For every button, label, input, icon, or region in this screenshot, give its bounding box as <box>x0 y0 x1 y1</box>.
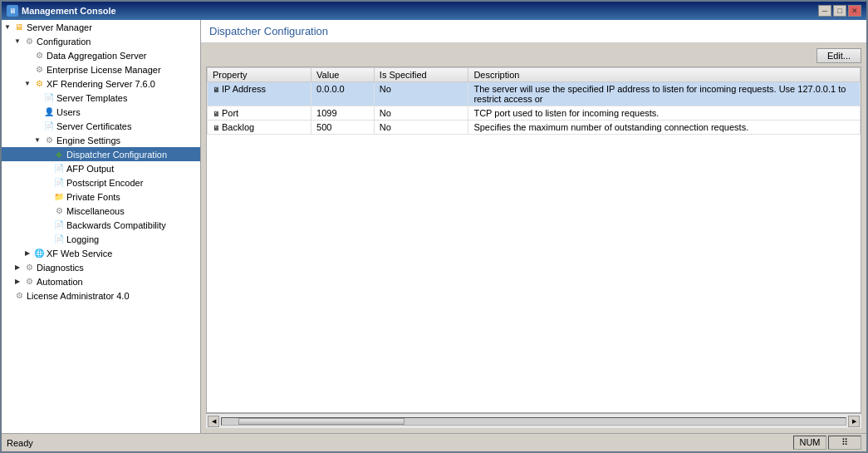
tree-item-xf-rendering[interactable]: ▼⚙XF Rendering Server 7.6.0 <box>2 76 200 91</box>
tree-item-backwards-compat[interactable]: 📄Backwards Compatibility <box>2 218 200 232</box>
tree-item-data-aggregation[interactable]: ⚙Data Aggregation Server <box>2 48 200 62</box>
extra-badge: ⠿ <box>828 436 861 450</box>
label-configuration: Configuration <box>37 37 91 47</box>
tree-item-configuration[interactable]: ▼⚙Configuration <box>2 34 200 48</box>
icon-xf-web-service: 🌐 <box>33 248 45 259</box>
hscroll-thumb[interactable] <box>238 418 405 425</box>
icon-data-aggregation: ⚙ <box>33 50 45 62</box>
cell-description: TCP port used to listen for incoming req… <box>468 106 861 121</box>
title-bar: 🖥 Management Console ─ □ ✕ <box>2 2 866 20</box>
tree-item-afp-output[interactable]: 📄AFP Output <box>2 161 200 175</box>
toggle-xf-web-service[interactable]: ▶ <box>23 249 32 258</box>
toggle-private-fonts <box>43 193 51 201</box>
panel-header: Dispatcher Configuration <box>201 20 866 43</box>
status-indicators: NUM ⠿ <box>793 436 861 450</box>
tree-item-postscript-encoder[interactable]: 📄Postscript Encoder <box>2 175 200 190</box>
table-row[interactable]: 🖥Backlog500NoSpecifies the maximum numbe… <box>208 121 861 135</box>
icon-afp-output: 📄 <box>53 163 65 175</box>
toggle-dispatcher-config <box>43 150 51 159</box>
horizontal-scrollbar[interactable]: ◀ ▶ <box>206 413 861 428</box>
window-controls: ─ □ ✕ <box>818 5 861 17</box>
tree-item-logging[interactable]: 📄Logging <box>2 232 200 246</box>
icon-backwards-compat: 📄 <box>53 219 65 231</box>
main-content: ▼🖥Server Manager▼⚙Configuration⚙Data Agg… <box>2 20 866 433</box>
label-postscript-encoder: Postscript Encoder <box>66 178 143 188</box>
label-users: Users <box>56 107 81 117</box>
icon-configuration: ⚙ <box>23 36 35 47</box>
toggle-miscellaneous <box>43 207 51 215</box>
cell-value: 1099 <box>311 106 375 121</box>
label-data-aggregation: Data Aggregation Server <box>47 51 146 61</box>
col-value: Value <box>311 68 375 82</box>
icon-engine-settings: ⚙ <box>43 135 55 146</box>
tree-item-miscellaneous[interactable]: ⚙Miscellaneous <box>2 204 200 218</box>
table-row[interactable]: 🖥IP Address0.0.0.0NoThe server will use … <box>208 82 861 106</box>
toggle-engine-settings[interactable]: ▼ <box>33 136 42 145</box>
minimize-button[interactable]: ─ <box>818 5 831 17</box>
close-button[interactable]: ✕ <box>848 5 861 17</box>
toggle-logging <box>43 235 51 244</box>
tree-item-diagnostics[interactable]: ▶⚙Diagnostics <box>2 260 200 274</box>
scroll-right-button[interactable]: ▶ <box>848 416 860 427</box>
col-property: Property <box>208 68 311 82</box>
label-logging: Logging <box>66 234 99 244</box>
icon-dispatcher-config: ◆ <box>53 149 65 160</box>
icon-miscellaneous: ⚙ <box>53 205 65 217</box>
maximize-button[interactable]: □ <box>833 5 846 17</box>
toggle-backwards-compat <box>43 221 51 229</box>
status-bar: Ready NUM ⠿ <box>2 433 866 451</box>
tree-item-private-fonts[interactable]: 📁Private Fonts <box>2 190 200 204</box>
toggle-enterprise-license <box>23 66 32 74</box>
col-description: Description <box>468 68 861 82</box>
properties-table-container[interactable]: Property Value Is Specified Description … <box>206 66 861 413</box>
tree-item-server-certificates[interactable]: 📄Server Certificates <box>2 119 200 133</box>
toggle-diagnostics[interactable]: ▶ <box>13 263 22 272</box>
col-is-specified: Is Specified <box>374 68 468 82</box>
icon-enterprise-license: ⚙ <box>33 64 45 76</box>
tree-item-enterprise-license[interactable]: ⚙Enterprise License Manager <box>2 62 200 76</box>
label-server-manager: Server Manager <box>27 22 92 32</box>
label-xf-web-service: XF Web Service <box>47 249 112 259</box>
tree-item-dispatcher-config[interactable]: ◆Dispatcher Configuration <box>2 147 200 161</box>
icon-server-templates: 📄 <box>43 92 55 104</box>
table-header-row: Property Value Is Specified Description <box>208 68 861 82</box>
toggle-server-manager[interactable]: ▼ <box>3 23 12 32</box>
icon-automation: ⚙ <box>23 276 35 288</box>
tree-item-users[interactable]: 👤Users <box>2 105 200 119</box>
tree-item-server-manager[interactable]: ▼🖥Server Manager <box>2 20 200 34</box>
icon-server-manager: 🖥 <box>13 22 25 33</box>
label-miscellaneous: Miscellaneous <box>66 206 125 216</box>
cell-value: 500 <box>311 121 375 135</box>
label-engine-settings: Engine Settings <box>56 135 120 145</box>
main-window: 🖥 Management Console ─ □ ✕ ▼🖥Server Mana… <box>0 0 868 453</box>
label-backwards-compat: Backwards Compatibility <box>66 220 166 230</box>
label-private-fonts: Private Fonts <box>66 192 120 202</box>
right-panel: Dispatcher Configuration Edit... Propert… <box>201 20 866 433</box>
toggle-afp-output <box>43 165 51 173</box>
tree-sidebar[interactable]: ▼🖥Server Manager▼⚙Configuration⚙Data Agg… <box>2 20 201 433</box>
edit-button[interactable]: Edit... <box>817 48 861 63</box>
label-dispatcher-config: Dispatcher Configuration <box>66 150 167 160</box>
cell-property: 🖥Backlog <box>208 121 311 135</box>
window-title: Management Console <box>22 6 815 16</box>
label-diagnostics: Diagnostics <box>37 263 84 273</box>
hscroll-track[interactable] <box>221 417 846 426</box>
tree-item-automation[interactable]: ▶⚙Automation <box>2 274 200 288</box>
icon-license-admin: ⚙ <box>13 290 25 302</box>
label-license-admin: License Administrator 4.0 <box>27 291 130 301</box>
tree-item-xf-web-service[interactable]: ▶🌐XF Web Service <box>2 246 200 260</box>
icon-diagnostics: ⚙ <box>23 262 35 273</box>
tree-item-engine-settings[interactable]: ▼⚙Engine Settings <box>2 133 200 147</box>
toggle-automation[interactable]: ▶ <box>13 278 22 286</box>
num-lock-badge: NUM <box>793 436 826 450</box>
icon-server-certificates: 📄 <box>43 121 55 132</box>
tree-item-server-templates[interactable]: 📄Server Templates <box>2 91 200 105</box>
status-text: Ready <box>7 438 793 448</box>
icon-xf-rendering: ⚙ <box>33 78 45 90</box>
toggle-configuration[interactable]: ▼ <box>13 37 22 46</box>
scroll-left-button[interactable]: ◀ <box>208 416 219 427</box>
tree-item-license-admin[interactable]: ⚙License Administrator 4.0 <box>2 288 200 303</box>
table-row[interactable]: 🖥Port1099NoTCP port used to listen for i… <box>208 106 861 121</box>
panel-title: Dispatcher Configuration <box>209 25 328 37</box>
toggle-xf-rendering[interactable]: ▼ <box>23 80 32 88</box>
